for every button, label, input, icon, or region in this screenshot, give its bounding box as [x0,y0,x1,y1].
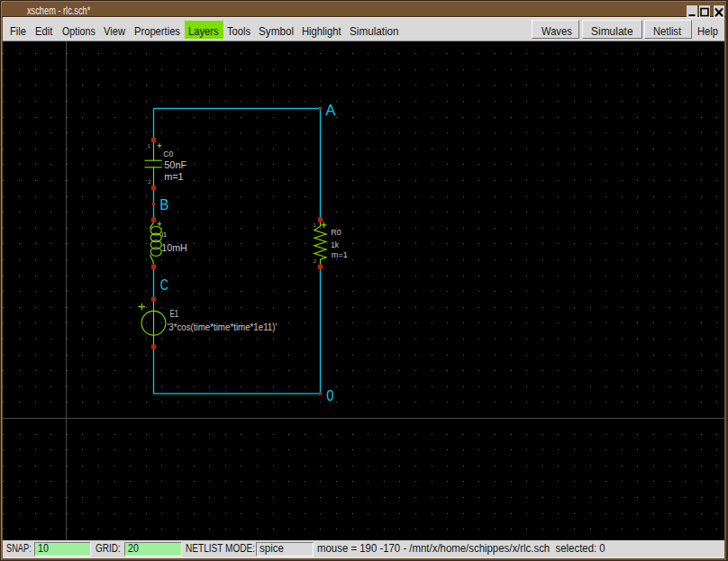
svg-text:0: 0 [326,387,333,403]
svg-text:2: 2 [314,258,317,264]
svg-text:10mH: 10mH [161,242,187,253]
svg-text:A: A [325,102,335,118]
svg-text:2: 2 [148,179,151,185]
svg-text:E1: E1 [170,309,179,319]
svg-text:C: C [160,276,168,293]
svg-text:1: 1 [313,222,316,228]
svg-text:B: B [159,196,168,213]
svg-text:m=1: m=1 [164,171,184,182]
svg-text:R0: R0 [331,228,341,237]
svg-text:1: 1 [147,143,150,149]
svg-text:m=1: m=1 [332,250,348,259]
svg-text:C0: C0 [163,149,173,158]
svg-text:'3*cos(time*time*time*1e11)': '3*cos(time*time*time*1e11)' [167,322,277,332]
svg-text:50nF: 50nF [164,159,187,170]
svg-text:l1: l1 [161,231,168,239]
svg-text:1k: 1k [331,240,339,249]
